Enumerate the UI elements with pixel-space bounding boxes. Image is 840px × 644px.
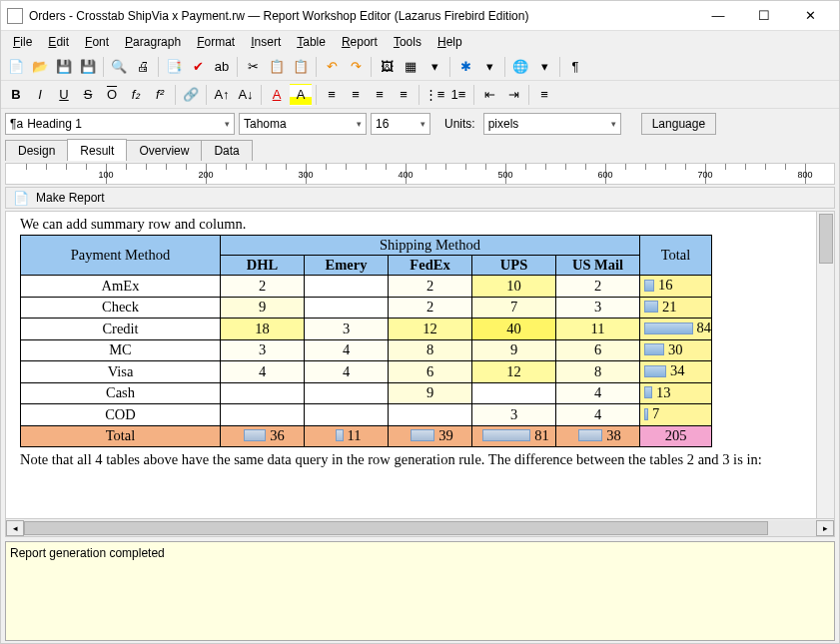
tab-design[interactable]: Design — [5, 140, 68, 161]
data-cell: 10 — [472, 276, 556, 298]
close-button[interactable]: ✕ — [787, 1, 833, 31]
table-dd-icon[interactable]: ▾ — [423, 56, 445, 78]
vscroll-thumb[interactable] — [819, 214, 833, 264]
table-row: COD347 — [21, 404, 712, 426]
titlebar: Orders - Crosstab ShipVia x Payment.rw —… — [1, 1, 839, 31]
data-cell: 6 — [556, 339, 640, 361]
hscroll-right-button[interactable]: ▸ — [816, 520, 834, 536]
reading-icon[interactable]: 📑 — [163, 56, 185, 78]
menu-insert[interactable]: Insert — [243, 32, 289, 52]
menu-edit[interactable]: Edit — [40, 32, 77, 52]
open-icon[interactable]: 📂 — [29, 56, 51, 78]
align-left-icon[interactable]: ≡ — [321, 84, 343, 106]
menu-table[interactable]: Table — [289, 32, 334, 52]
table-row: AmEx2210216 — [21, 276, 712, 298]
font-size-combo[interactable]: 16 ▾ — [371, 113, 430, 135]
tab-overview[interactable]: Overview — [126, 140, 202, 161]
status-pane: Report generation completed — [5, 541, 835, 641]
table-icon[interactable]: ▦ — [400, 56, 421, 78]
data-cell: 2 — [221, 276, 305, 298]
image-icon[interactable]: 🖼 — [376, 56, 398, 78]
overline-button[interactable]: O — [101, 84, 123, 106]
underline-button[interactable]: U — [53, 84, 75, 106]
ruler-mark: 200 — [198, 170, 213, 180]
font-size-value: 16 — [376, 117, 389, 131]
data-cell: 9 — [389, 382, 472, 404]
copy-icon[interactable]: 📋 — [266, 56, 288, 78]
options-dd-icon[interactable]: ▾ — [478, 56, 500, 78]
intro-text: We can add summary row and column. — [20, 216, 820, 233]
font-shrink-icon[interactable]: A↓ — [235, 84, 257, 106]
align-center-icon[interactable]: ≡ — [345, 84, 367, 106]
numbering-icon[interactable]: 1≡ — [447, 84, 469, 106]
font-family-combo[interactable]: Tahoma ▾ — [239, 113, 367, 135]
grand-total: 205 — [640, 425, 712, 447]
hscroll-thumb[interactable] — [24, 521, 768, 535]
save-as-icon[interactable]: 💾 — [77, 56, 99, 78]
status-text: Report generation completed — [10, 546, 165, 560]
cut-icon[interactable]: ✂ — [242, 56, 264, 78]
subscript-button[interactable]: f₂ — [125, 84, 147, 106]
pilcrow-icon[interactable]: ¶ — [564, 56, 586, 78]
link-icon[interactable]: 🔗 — [180, 84, 202, 106]
new-icon[interactable]: 📄 — [5, 56, 27, 78]
ruler-mark: 400 — [398, 170, 413, 180]
superscript-button[interactable]: f² — [149, 84, 171, 106]
ruler-mark: 100 — [98, 170, 113, 180]
redo-icon[interactable]: ↷ — [345, 56, 367, 78]
ruler[interactable]: 100200300400500600700800 — [5, 163, 835, 185]
font-family-value: Tahoma — [244, 117, 287, 131]
tab-result[interactable]: Result — [67, 139, 127, 161]
outdent-icon[interactable]: ⇤ — [478, 84, 500, 106]
highlight-icon[interactable]: A — [290, 84, 312, 106]
tab-data[interactable]: Data — [201, 140, 252, 161]
pilcrow-small-icon: ¶a — [10, 117, 23, 131]
row-label: COD — [21, 404, 221, 426]
align-right-icon[interactable]: ≡ — [369, 84, 391, 106]
maximize-button[interactable]: ☐ — [741, 1, 787, 31]
save-icon[interactable]: 💾 — [53, 56, 75, 78]
options-icon[interactable]: ✱ — [454, 56, 476, 78]
menu-paragraph[interactable]: Paragraph — [117, 32, 189, 52]
menu-report[interactable]: Report — [334, 32, 386, 52]
paste-icon[interactable]: 📋 — [290, 56, 312, 78]
minimize-button[interactable]: — — [695, 1, 741, 31]
make-report-label[interactable]: Make Report — [36, 191, 105, 205]
preview-icon[interactable]: 🖨 — [132, 56, 154, 78]
italic-button[interactable]: I — [29, 84, 51, 106]
menu-format[interactable]: Format — [189, 32, 243, 52]
find-icon[interactable]: 🔍 — [108, 56, 130, 78]
data-cell: 3 — [472, 404, 556, 426]
total-label: Total — [21, 425, 221, 447]
menu-help[interactable]: Help — [429, 32, 470, 52]
menu-tools[interactable]: Tools — [386, 32, 429, 52]
hscroll-left-button[interactable]: ◂ — [6, 520, 24, 536]
menu-font[interactable]: Font — [77, 32, 117, 52]
vertical-scrollbar[interactable] — [816, 212, 834, 518]
make-report-icon[interactable]: 📄 — [10, 187, 32, 209]
data-cell — [472, 382, 556, 404]
horizontal-scrollbar[interactable]: ◂ ▸ — [6, 518, 834, 536]
row-label: Cash — [21, 382, 221, 404]
spell-icon[interactable]: ✔ — [187, 56, 209, 78]
data-cell — [221, 404, 305, 426]
units-label: Units: — [444, 117, 475, 131]
ruler-mark: 500 — [497, 170, 512, 180]
linespace-icon[interactable]: ≡ — [533, 84, 555, 106]
globe-icon[interactable]: 🌐 — [509, 56, 531, 78]
bullets-icon[interactable]: ⋮≡ — [423, 84, 445, 106]
indent-icon[interactable]: ⇥ — [502, 84, 524, 106]
language-button[interactable]: Language — [641, 113, 716, 135]
font-color-icon[interactable]: A — [266, 84, 288, 106]
units-combo[interactable]: pixels ▾ — [483, 113, 621, 135]
thesaurus-icon[interactable]: ab — [211, 56, 233, 78]
bold-button[interactable]: B — [5, 84, 27, 106]
globe-dd-icon[interactable]: ▾ — [533, 56, 555, 78]
paragraph-style-combo[interactable]: ¶a Heading 1 ▾ — [5, 113, 235, 135]
hscroll-track[interactable] — [24, 520, 816, 536]
font-grow-icon[interactable]: A↑ — [211, 84, 233, 106]
align-justify-icon[interactable]: ≡ — [393, 84, 415, 106]
strike-button[interactable]: S — [77, 84, 99, 106]
undo-icon[interactable]: ↶ — [321, 56, 343, 78]
menu-file[interactable]: File — [5, 32, 40, 52]
